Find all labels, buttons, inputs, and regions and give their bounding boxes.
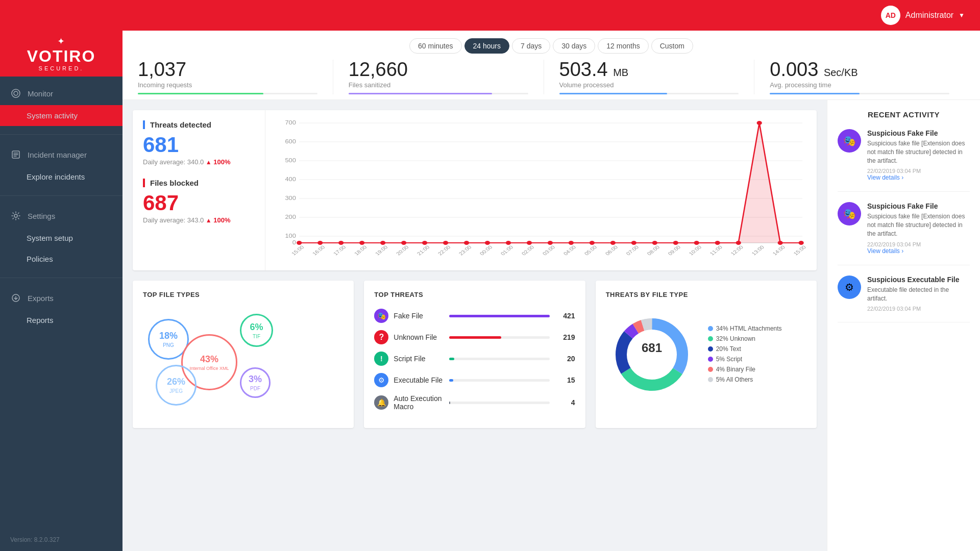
svg-text:20:00: 20:00: [395, 244, 410, 256]
sidebar-item-monitor[interactable]: Monitor: [0, 82, 122, 105]
sidebar-item-incident-manager[interactable]: Incident manager: [0, 143, 122, 166]
svg-point-38: [631, 241, 636, 245]
svg-text:03:00: 03:00: [542, 244, 556, 256]
explore-incidents-label: Explore incidents: [27, 172, 85, 181]
activity-title-1: Suspicious Fake File: [867, 129, 970, 137]
user-name: Administrator: [905, 11, 953, 20]
svg-point-40: [673, 241, 678, 245]
sidebar-item-reports[interactable]: Reports: [0, 310, 122, 331]
activity-link-2[interactable]: View details ›: [867, 247, 970, 255]
threat-bar-executable: [449, 379, 550, 382]
svg-point-30: [464, 241, 469, 245]
incident-manager-label: Incident manager: [28, 151, 87, 159]
threat-icon-macro: 🔔: [374, 395, 388, 410]
svg-text:07:00: 07:00: [625, 244, 640, 256]
time-btn-24h[interactable]: 24 hours: [464, 38, 509, 54]
time-btn-7d[interactable]: 7 days: [512, 38, 550, 54]
system-setup-label: System setup: [27, 234, 73, 242]
main-chart: 700 600 500 400 300 200 100 0: [273, 118, 809, 261]
topbar: AD Administrator ▼: [0, 0, 980, 31]
activity-desc-2: Suspicious fake file [Extension does not…: [867, 212, 970, 238]
svg-text:05:00: 05:00: [583, 244, 598, 256]
donut-svg-container: 681: [606, 309, 698, 403]
svg-text:02:00: 02:00: [521, 244, 535, 256]
monitor-icon: [10, 88, 21, 99]
stat-processing-number: 0.003 Sec/KB: [770, 60, 949, 79]
threat-name-script: Script File: [394, 355, 444, 363]
svg-point-29: [443, 241, 448, 245]
sidebar: ✦ VOTIRO SECURED. Monitor System activit…: [0, 31, 122, 551]
stat-incoming-label: Incoming requests: [138, 81, 317, 89]
time-btn-30d[interactable]: 30 days: [553, 38, 595, 54]
sidebar-item-settings[interactable]: Settings: [0, 204, 122, 228]
activity-body-2: Suspicious Fake File Suspicious fake fil…: [867, 202, 970, 254]
activity-title-3: Suspicious Executable File: [867, 276, 970, 284]
sidebar-item-exports[interactable]: Exports: [0, 286, 122, 310]
sidebar-item-policies[interactable]: Policies: [0, 248, 122, 269]
detection-panel: Threats detected 681 Daily average: 340.…: [133, 110, 265, 270]
activity-time-3: 22/02/2019 03:04 PM: [867, 306, 970, 312]
svg-text:08:00: 08:00: [646, 244, 661, 256]
chart-area: 700 600 500 400 300 200 100 0: [265, 110, 817, 270]
activity-title-2: Suspicious Fake File: [867, 202, 970, 210]
stat-incoming: 1,037 Incoming requests: [138, 60, 333, 94]
time-btn-12m[interactable]: 12 months: [598, 38, 648, 54]
svg-text:22:00: 22:00: [437, 244, 452, 256]
threat-row-unknown: ? Unknown File 219: [374, 330, 575, 344]
exports-label: Exports: [28, 294, 54, 303]
activity-link-1[interactable]: View details ›: [867, 174, 970, 181]
threats-by-file-type-panel: THREATS BY FILE TYPE: [596, 281, 817, 428]
threat-count-unknown: 219: [555, 333, 575, 341]
nav-section-exports: Exports Reports: [0, 281, 122, 336]
policies-label: Policies: [27, 255, 53, 263]
legend-unknown: 32% Unknown: [708, 335, 782, 342]
bubble-jpeg: 26% JPEG: [156, 365, 197, 406]
stat-incoming-number: 1,037: [138, 60, 317, 79]
threat-name-unknown: Unknown File: [394, 333, 444, 341]
svg-text:10:00: 10:00: [688, 244, 702, 256]
nav-section-settings: Settings System setup Policies: [0, 199, 122, 274]
time-btn-custom[interactable]: Custom: [651, 38, 693, 54]
user-menu[interactable]: AD Administrator ▼: [881, 6, 965, 25]
legend-label-script: 5% Script: [716, 356, 742, 363]
activity-body-1: Suspicious Fake File Suspicious fake fil…: [867, 129, 970, 181]
threat-name-fakefile: Fake File: [394, 312, 444, 320]
svg-point-3: [14, 214, 17, 217]
version-text: Version: 8.2.0.327: [0, 529, 122, 551]
sidebar-item-system-activity[interactable]: System activity: [0, 105, 122, 126]
svg-text:15:00: 15:00: [792, 244, 807, 256]
svg-text:14:00: 14:00: [771, 244, 786, 256]
svg-text:12:00: 12:00: [729, 244, 744, 256]
threat-count-script: 20: [555, 355, 575, 363]
right-panel: RECENT ACTIVITY 🎭 Suspicious Fake File S…: [827, 100, 980, 551]
monitor-label: Monitor: [28, 89, 53, 98]
svg-text:100: 100: [285, 233, 296, 238]
top-file-types-title: TOP FILE TYPES: [143, 291, 344, 298]
svg-text:00:00: 00:00: [479, 244, 494, 256]
svg-point-26: [380, 241, 385, 245]
time-btn-60min[interactable]: 60 minutes: [409, 38, 461, 54]
legend-label-html: 34% HTML Attachments: [716, 325, 782, 332]
exports-icon: [10, 292, 21, 304]
sidebar-item-explore-incidents[interactable]: Explore incidents: [0, 166, 122, 187]
stat-processing: 0.003 Sec/KB Avg. processing time: [754, 60, 965, 94]
donut-chart: 681: [606, 309, 698, 400]
threat-icon-executable: ⚙: [374, 373, 388, 387]
files-blocked-number: 687: [143, 192, 255, 214]
top-file-types-panel: TOP FILE TYPES 18% PNG 43% Internal Offi…: [133, 281, 354, 428]
sidebar-item-system-setup[interactable]: System setup: [0, 228, 122, 248]
threat-bar-script: [449, 358, 550, 360]
legend-binary: 4% Binary File: [708, 366, 782, 373]
svg-text:400: 400: [285, 177, 296, 182]
files-blocked: Files blocked 687 Daily average: 343.0 ▲…: [143, 179, 255, 224]
main-panel: Threats detected 681 Daily average: 340.…: [122, 100, 827, 551]
bubble-tif: 6% TIF: [240, 314, 273, 347]
legend-label-others: 5% All Others: [716, 376, 753, 383]
activity-icon-1: 🎭: [838, 129, 861, 153]
legend-dot-script: [708, 357, 713, 362]
svg-point-27: [401, 241, 406, 245]
threat-icon-script: !: [374, 352, 388, 366]
donut-chart-container: 681 34% HTML Attachments 32%: [606, 309, 806, 403]
bubble-pdf: 3% PDF: [240, 367, 271, 398]
logo-text: VOTIRO: [27, 48, 96, 64]
